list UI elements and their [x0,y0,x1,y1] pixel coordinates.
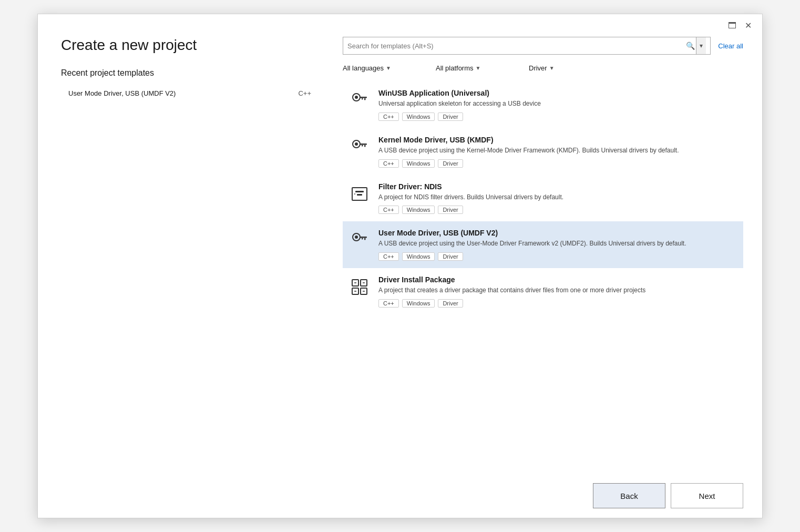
back-button[interactable]: Back [593,483,665,508]
template-item[interactable]: Filter Driver: NDIS A project for NDIS f… [343,175,743,222]
platform-filter-label: All platforms [436,64,474,72]
footer: Back Next [38,474,762,518]
clear-all-button[interactable]: Clear all [718,42,743,50]
type-filter-arrow: ▼ [549,65,555,71]
left-panel: Create a new project Recent project temp… [38,32,332,474]
svg-point-11 [355,142,358,146]
search-input[interactable] [347,42,686,50]
page-title: Create a new project [61,37,313,54]
template-info: WinUSB Application (Universal) Universal… [378,89,737,121]
template-name: Kernel Mode Driver, USB (KMDF) [378,136,737,144]
template-item[interactable]: WinUSB Application (Universal) Universal… [343,81,743,128]
template-desc: A USB device project using the User-Mode… [378,239,737,248]
svg-point-6 [355,96,358,99]
template-item[interactable]: Kernel Mode Driver, USB (KMDF) A USB dev… [343,128,743,175]
template-icon [349,277,370,298]
template-tag: C++ [378,299,399,308]
svg-rect-8 [364,98,366,100]
right-panel: 🔍 ▾ Clear all All languages ▼ All platfo… [332,32,762,474]
recent-templates-title: Recent project templates [61,68,313,78]
template-tags: C++WindowsDriver [378,206,737,214]
template-item[interactable]: User Mode Driver, USB (UMDF V2) A USB de… [343,221,743,268]
platform-filter-arrow: ▼ [476,65,481,71]
template-tag: Driver [438,299,463,308]
svg-rect-17 [357,194,362,196]
template-tag: Windows [402,112,435,121]
template-tag: Windows [402,159,435,168]
template-tags: C++WindowsDriver [378,299,737,308]
recent-item-name: User Mode Driver, USB (UMDF V2) [68,89,293,97]
template-tag: Driver [438,206,463,214]
template-info: Driver Install Package A project that cr… [378,275,737,308]
language-filter-arrow: ▼ [386,65,391,71]
recent-templates-list: User Mode Driver, USB (UMDF V2) C++ [61,85,313,463]
template-tags: C++WindowsDriver [378,159,737,168]
template-desc: A project for NDIS filter drivers. Build… [378,193,737,202]
template-info: User Mode Driver, USB (UMDF V2) A USB de… [378,229,737,261]
template-info: Kernel Mode Driver, USB (KMDF) A USB dev… [378,136,737,168]
language-filter[interactable]: All languages ▼ [343,62,427,74]
search-box: 🔍 ▾ [343,37,711,55]
template-tag: Driver [438,112,463,121]
template-desc: A project that creates a driver package … [378,286,737,295]
svg-rect-14 [362,145,363,146]
template-tag: C++ [378,159,399,168]
template-desc: A USB device project using the Kernel-Mo… [378,146,737,155]
template-icon [349,137,370,158]
template-item[interactable]: Driver Install Package A project that cr… [343,268,743,315]
search-row: 🔍 ▾ Clear all [343,37,743,55]
type-filter-label: Driver [529,64,547,72]
maximize-button[interactable]: 🗖 [725,19,740,32]
create-project-dialog: 🗖 ✕ Create a new project Recent project … [37,14,763,518]
template-tag: Windows [402,299,435,308]
svg-rect-13 [364,145,366,147]
svg-rect-21 [360,237,367,238]
template-tag: C++ [378,112,399,121]
template-tags: C++WindowsDriver [378,112,737,121]
template-tag: Driver [438,252,463,261]
search-icon: 🔍 [686,42,695,50]
type-filter[interactable]: Driver ▼ [529,62,613,74]
svg-rect-7 [360,97,367,98]
template-tag: Windows [402,252,435,261]
main-content: Create a new project Recent project temp… [38,32,762,474]
template-icon [349,183,370,204]
template-info: Filter Driver: NDIS A project for NDIS f… [378,182,737,214]
template-name: WinUSB Application (Universal) [378,89,737,97]
template-name: User Mode Driver, USB (UMDF V2) [378,229,737,237]
title-bar: 🗖 ✕ [38,14,762,32]
next-button[interactable]: Next [671,483,743,508]
template-icon [349,230,370,251]
template-name: Filter Driver: NDIS [378,182,737,191]
template-tag: Windows [402,206,435,214]
template-desc: Universal application skeleton for acces… [378,99,737,108]
filter-row: All languages ▼ All platforms ▼ Driver ▼ [343,62,743,74]
template-tag: C++ [378,206,399,214]
svg-rect-12 [360,144,367,145]
svg-rect-9 [362,98,363,100]
svg-rect-22 [364,238,366,240]
template-list: WinUSB Application (Universal) Universal… [343,81,743,474]
template-tags: C++WindowsDriver [378,252,737,261]
svg-rect-16 [355,191,364,192]
recent-item[interactable]: User Mode Driver, USB (UMDF V2) C++ [61,85,313,101]
search-dropdown-button[interactable]: ▾ [696,37,706,54]
template-tag: Driver [438,159,463,168]
template-icon [349,90,370,111]
close-button[interactable]: ✕ [742,19,755,32]
svg-rect-23 [362,238,363,240]
template-tag: C++ [378,252,399,261]
template-name: Driver Install Package [378,275,737,284]
language-filter-label: All languages [343,64,384,72]
recent-item-lang: C++ [298,89,311,97]
platform-filter[interactable]: All platforms ▼ [436,62,520,74]
svg-point-20 [355,236,358,239]
